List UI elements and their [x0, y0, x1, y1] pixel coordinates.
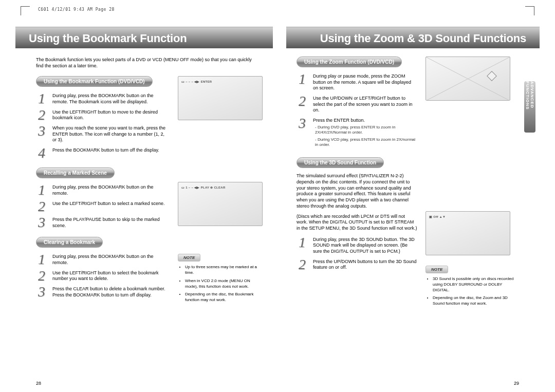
subhead-clear: Clearing a Bookmark	[36, 237, 103, 248]
subhead-recall: Recalling a Marked Scene	[36, 167, 115, 178]
para-3d-2: (Discs which are recorded with LPCM or D…	[297, 214, 417, 232]
osd-text: ▣ Off ▲▼	[429, 215, 446, 218]
note-label: NOTE	[425, 266, 448, 273]
step-text: Use the LEFT/RIGHT button to select the …	[52, 269, 170, 282]
step-number: 1	[297, 236, 308, 255]
sub-note: - During VCD play, press ENTER to zoom i…	[315, 137, 417, 148]
side-tab: ADVANCED FUNCTIONS	[524, 81, 535, 133]
note-item: Depending on the disc, the Bookmark func…	[185, 292, 263, 303]
subhead-bookmark: Using the Bookmark Function (DVD/VCD)	[36, 76, 153, 87]
step-number: 3	[36, 216, 47, 229]
note-label: NOTE	[178, 254, 200, 262]
page-number-right: 29	[514, 381, 519, 386]
step-text: Press the BOOKMARK button to turn off th…	[52, 146, 159, 159]
step-number: 3	[36, 285, 47, 298]
step-text: Use the LEFT/RIGHT button to select a ma…	[52, 200, 164, 213]
note-block: NOTE Up to three scenes may be marked at…	[178, 254, 263, 303]
step-number: 1	[36, 253, 47, 266]
screenshot-recall: ▭ 1 – – ◀▶ PLAY ⊗ CLEAR	[178, 182, 263, 226]
subhead-3dsound: Using the 3D Sound Function	[297, 157, 384, 168]
step-number: 2	[36, 108, 47, 121]
note-item: When in VCD 2.0 mode (MENU ON mode), thi…	[185, 278, 263, 290]
note-item: Depending on the disc, the Zoom and 3D S…	[433, 295, 519, 307]
step-number: 1	[297, 72, 308, 91]
screenshot-zoom	[425, 57, 510, 101]
page-title-left: Using the Bookmark Function	[29, 32, 187, 45]
step-text: When you reach the scene you want to mar…	[52, 124, 170, 143]
page-left: Using the Bookmark Function The Bookmark…	[15, 9, 273, 387]
note-item: Up to three scenes may be marked at a ti…	[185, 265, 263, 276]
step-text: Use the LEFT/RIGHT button to move to the…	[52, 108, 170, 121]
page-title-right: Using the Zoom & 3D Sound Functions	[320, 32, 526, 45]
step-text: During play, press the BOOKMARK button o…	[52, 92, 170, 105]
step-text: During play, press the 3D SOUND button. …	[313, 236, 417, 255]
step-number: 2	[36, 269, 47, 282]
step-text: Use the UP/DOWN or LEFT/RIGHT button to …	[313, 95, 417, 114]
step-number: 1	[36, 92, 47, 105]
step-text: Press the PLAY/PAUSE button to skip to t…	[52, 216, 170, 229]
title-bar-right: Using the Zoom & 3D Sound Functions	[286, 27, 540, 48]
screenshot-bookmark: ▭ – – – ◀▶ ENTER	[178, 76, 263, 120]
step-text: During play, press the BOOKMARK button o…	[52, 183, 170, 196]
step-number: 3	[36, 124, 47, 143]
screenshot-3dsound: ▣ Off ▲▼	[425, 211, 510, 255]
osd-text: ▭ – – – ◀▶ ENTER	[181, 80, 212, 83]
intro-text: The Bookmark function lets you select pa…	[36, 57, 252, 69]
step-number: 3	[297, 117, 308, 149]
sub-note: - During DVD play, press ENTER to zoom i…	[315, 125, 417, 136]
page-number-left: 28	[36, 381, 41, 386]
note-block: NOTE 3D Sound is possible only on discs …	[425, 266, 519, 307]
step-text: Press the CLEAR button to delete a bookm…	[52, 285, 170, 298]
step-text: Press the ENTER button. - During DVD pla…	[313, 117, 417, 149]
step-number: 2	[297, 95, 308, 114]
step-text: During play, press the BOOKMARK button o…	[52, 253, 170, 266]
step-number: 4	[36, 146, 47, 159]
spread: Using the Bookmark Function The Bookmark…	[0, 0, 555, 392]
step-number: 2	[297, 258, 308, 271]
step-text: Press the UP/DOWN buttons to turn the 3D…	[313, 258, 417, 271]
para-3d-1: The simulated surround effect (SPATIALIZ…	[297, 173, 417, 209]
step-number: 1	[36, 183, 47, 196]
step-text: During play or pause mode, press the ZOO…	[313, 72, 417, 91]
title-bar-left: Using the Bookmark Function	[15, 27, 273, 48]
subhead-zoom: Using the Zoom Function (DVD/VCD)	[297, 57, 402, 67]
step-number: 2	[36, 200, 47, 213]
note-item: 3D Sound is possible only on discs recor…	[433, 276, 519, 293]
osd-text: ▭ 1 – – ◀▶ PLAY ⊗ CLEAR	[181, 185, 226, 189]
page-right: Using the Zoom & 3D Sound Functions ADVA…	[286, 9, 540, 387]
